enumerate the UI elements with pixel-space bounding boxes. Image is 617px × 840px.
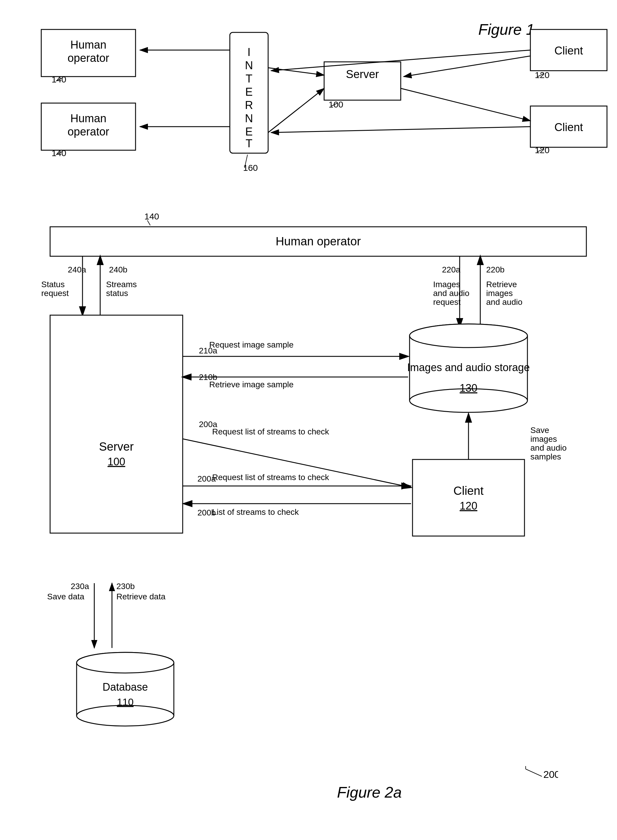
- svg-text:Client: Client: [554, 44, 583, 57]
- svg-text:Request list of streams to che: Request list of streams to check: [212, 427, 329, 436]
- ref-200-svg: 200: [523, 763, 558, 787]
- svg-text:Images and audio storage: Images and audio storage: [407, 361, 530, 373]
- svg-text:Server: Server: [99, 440, 134, 453]
- svg-text:R: R: [245, 99, 253, 111]
- svg-text:Request image sample: Request image sample: [209, 340, 294, 349]
- svg-text:220b: 220b: [486, 265, 505, 274]
- svg-text:Client: Client: [453, 484, 484, 497]
- svg-text:220a: 220a: [442, 265, 461, 274]
- svg-text:status: status: [106, 289, 128, 298]
- svg-text:100: 100: [329, 100, 343, 109]
- svg-text:I: I: [248, 46, 251, 58]
- svg-text:Streams: Streams: [106, 280, 137, 289]
- database-svg: Database 110: [75, 651, 175, 739]
- svg-text:images: images: [486, 289, 513, 298]
- figure1-svg: Human operator 140 Human operator 140 I …: [24, 21, 617, 186]
- svg-rect-86: [412, 460, 524, 536]
- svg-text:E: E: [245, 86, 252, 98]
- svg-text:Images: Images: [433, 280, 460, 289]
- svg-text:operator: operator: [68, 125, 109, 138]
- svg-text:E: E: [245, 125, 252, 138]
- svg-line-39: [268, 88, 324, 133]
- svg-point-77: [410, 324, 527, 348]
- svg-text:140: 140: [145, 211, 159, 221]
- svg-text:130: 130: [460, 382, 477, 394]
- svg-text:and audio: and audio: [486, 298, 523, 307]
- svg-point-109: [77, 705, 174, 726]
- svg-text:Human: Human: [71, 112, 107, 125]
- svg-text:110: 110: [117, 696, 134, 707]
- svg-text:Server: Server: [346, 68, 379, 80]
- svg-line-41: [271, 127, 530, 133]
- svg-text:Retrieve: Retrieve: [486, 280, 517, 289]
- svg-text:230a: 230a: [71, 582, 89, 591]
- svg-text:Client: Client: [554, 121, 583, 133]
- svg-text:images: images: [530, 435, 557, 444]
- svg-text:N: N: [245, 59, 253, 72]
- figure2a-title: Figure 2a: [337, 784, 402, 801]
- figure2a-diagram: 140 Human operator 240a Status request 2…: [24, 203, 593, 807]
- svg-text:200: 200: [543, 769, 558, 780]
- svg-text:Save: Save: [530, 426, 549, 435]
- svg-text:T: T: [245, 72, 252, 85]
- svg-text:Human operator: Human operator: [276, 235, 361, 248]
- svg-text:N: N: [245, 112, 253, 125]
- svg-text:Database: Database: [103, 681, 148, 693]
- svg-line-121: [525, 769, 542, 777]
- svg-text:120: 120: [460, 500, 477, 512]
- svg-line-40: [401, 88, 530, 121]
- svg-text:120: 120: [535, 145, 549, 155]
- page: Human operator 140 Human operator 140 I …: [0, 0, 617, 840]
- database-cylinder: Database 110: [75, 651, 175, 740]
- svg-rect-19: [324, 62, 401, 100]
- svg-text:and audio: and audio: [433, 289, 469, 298]
- svg-text:100: 100: [108, 455, 125, 468]
- svg-text:samples: samples: [530, 452, 561, 461]
- svg-text:T: T: [245, 137, 252, 150]
- svg-text:request: request: [433, 298, 461, 307]
- figure1-diagram: Human operator 140 Human operator 140 I …: [24, 21, 593, 192]
- svg-text:Status: Status: [41, 280, 65, 289]
- svg-text:request: request: [41, 289, 69, 298]
- svg-text:230b: 230b: [117, 582, 135, 591]
- svg-text:240a: 240a: [68, 265, 86, 274]
- svg-text:and audio: and audio: [530, 443, 567, 452]
- svg-rect-69: [50, 315, 183, 533]
- svg-text:240b: 240b: [109, 265, 127, 274]
- svg-text:Human: Human: [71, 38, 107, 51]
- arrow-230-svg: 230a Save data 230b Retrieve data: [41, 580, 189, 657]
- ref-200: 200: [523, 763, 558, 789]
- svg-text:120: 120: [535, 70, 549, 80]
- svg-text:Save data: Save data: [47, 592, 84, 601]
- svg-text:Retrieve image sample: Retrieve image sample: [209, 380, 294, 389]
- svg-text:operator: operator: [68, 52, 109, 64]
- arrow-230-labels: 230a Save data 230b Retrieve data: [41, 580, 189, 658]
- svg-text:Retrieve data: Retrieve data: [117, 592, 165, 601]
- svg-line-96: [183, 439, 411, 488]
